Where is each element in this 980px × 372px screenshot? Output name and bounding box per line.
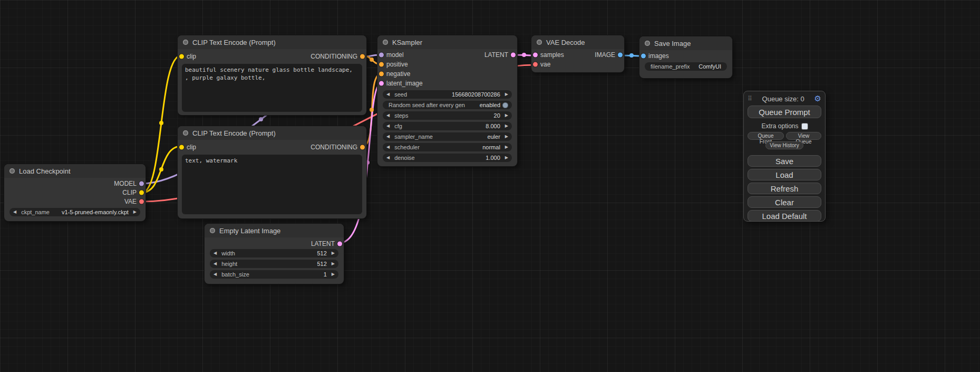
node-empty-latent-image[interactable]: Empty Latent Image LATENT ◀ width 512 ▶ …	[205, 224, 344, 284]
decrement-arrow-icon[interactable]: ◀	[386, 113, 390, 118]
prompt-textarea[interactable]: text, watermark	[182, 155, 362, 214]
output-slot-conditioning[interactable]	[360, 145, 365, 150]
increment-arrow-icon[interactable]: ▶	[505, 113, 508, 118]
node-title: VAE Decode	[546, 39, 585, 46]
decrement-arrow-icon[interactable]: ◀	[386, 156, 390, 160]
node-title-bar[interactable]: Load Checkpoint	[4, 164, 145, 178]
increment-arrow-icon[interactable]: ▶	[505, 156, 508, 160]
decrement-arrow-icon[interactable]: ◀	[386, 135, 390, 139]
decrement-arrow-icon[interactable]: ◀	[214, 272, 217, 276]
node-vae-decode[interactable]: VAE Decode samples IMAGE vae	[531, 35, 624, 72]
settings-gear-icon[interactable]: ⚙	[814, 94, 821, 103]
output-slot-image[interactable]	[618, 53, 623, 58]
node-save-image[interactable]: Save Image images filename_prefix ComfyU…	[639, 36, 732, 78]
node-title: KSampler	[392, 39, 422, 46]
wire-midpoint-dot	[159, 167, 163, 171]
output-slot-clip[interactable]	[139, 190, 144, 195]
decrement-arrow-icon[interactable]: ◀	[214, 251, 217, 255]
output-slot-conditioning[interactable]	[360, 54, 365, 59]
drag-handle-icon[interactable]: ⠿	[748, 95, 752, 102]
input-slot-samples[interactable]	[533, 53, 538, 58]
widget-height[interactable]: ◀ height 512 ▶	[210, 260, 338, 268]
output-slot-latent[interactable]	[511, 53, 516, 58]
increment-arrow-icon[interactable]: ▶	[505, 124, 508, 128]
collapse-dot-icon[interactable]	[383, 40, 388, 45]
input-label-latent-image: latent_image	[386, 80, 423, 87]
toggle-knob-icon[interactable]	[502, 102, 508, 108]
input-slot-vae[interactable]	[533, 62, 538, 67]
decrement-arrow-icon[interactable]: ◀	[13, 210, 16, 214]
increment-arrow-icon[interactable]: ▶	[332, 251, 335, 255]
node-clip-text-encode-positive[interactable]: CLIP Text Encode (Prompt) clip CONDITION…	[178, 35, 366, 115]
output-slot-model[interactable]	[139, 181, 144, 186]
output-label-vae: VAE	[124, 198, 137, 205]
widget-cfg[interactable]: ◀ cfg 8.000 ▶	[383, 122, 512, 130]
prompt-textarea[interactable]: beautiful scenery nature glass bottle la…	[182, 64, 362, 112]
widget-sampler-name[interactable]: ◀ sampler_name euler ▶	[383, 132, 512, 141]
widget-denoise[interactable]: ◀ denoise 1.000 ▶	[383, 154, 512, 162]
increment-arrow-icon[interactable]: ▶	[505, 92, 508, 97]
input-slot-clip[interactable]	[179, 145, 184, 150]
input-label-clip: clip	[187, 144, 196, 151]
load-default-button[interactable]: Load Default	[748, 210, 821, 222]
input-slot-model[interactable]	[379, 53, 384, 58]
increment-arrow-icon[interactable]: ▶	[505, 135, 508, 139]
input-slot-latent-image[interactable]	[379, 81, 384, 86]
queue-prompt-button[interactable]: Queue Prompt	[748, 106, 821, 118]
increment-arrow-icon[interactable]: ▶	[133, 210, 137, 214]
increment-arrow-icon[interactable]: ▶	[505, 145, 508, 149]
increment-arrow-icon[interactable]: ▶	[332, 272, 335, 276]
decrement-arrow-icon[interactable]: ◀	[386, 92, 390, 97]
collapse-dot-icon[interactable]	[645, 41, 650, 46]
node-clip-text-encode-negative[interactable]: CLIP Text Encode (Prompt) clip CONDITION…	[178, 126, 366, 218]
decrement-arrow-icon[interactable]: ◀	[386, 124, 390, 128]
widget-width[interactable]: ◀ width 512 ▶	[210, 249, 338, 257]
queue-front-button[interactable]: Queue Front	[748, 132, 784, 140]
node-title: CLIP Text Encode (Prompt)	[192, 129, 276, 137]
output-slot-latent[interactable]	[337, 242, 342, 246]
input-slot-negative[interactable]	[379, 72, 384, 77]
widget-random-seed-toggle[interactable]: Random seed after every gen enabled	[383, 101, 512, 109]
output-label-conditioning: CONDITIONING	[311, 144, 357, 151]
node-title-bar[interactable]: CLIP Text Encode (Prompt)	[178, 35, 366, 49]
decrement-arrow-icon[interactable]: ◀	[214, 262, 217, 266]
input-label-vae: vae	[540, 61, 550, 68]
node-title-bar[interactable]: KSampler	[377, 35, 517, 49]
widget-steps[interactable]: ◀ steps 20 ▶	[383, 111, 512, 120]
input-slot-clip[interactable]	[179, 54, 184, 59]
node-graph-canvas[interactable]: Load Checkpoint MODEL CLIP VAE ◀ ckpt_na…	[0, 0, 980, 372]
widget-seed[interactable]: ◀ seed 156680208700286 ▶	[383, 90, 512, 99]
node-title-bar[interactable]: Empty Latent Image	[205, 224, 344, 237]
node-title: Load Checkpoint	[19, 167, 71, 175]
output-slot-vae[interactable]	[139, 199, 144, 204]
node-title-bar[interactable]: VAE Decode	[531, 35, 624, 49]
output-label-model: MODEL	[114, 180, 137, 187]
increment-arrow-icon[interactable]: ▶	[332, 262, 335, 266]
clear-button[interactable]: Clear	[748, 196, 821, 208]
view-history-button[interactable]: View History	[765, 141, 803, 149]
collapse-dot-icon[interactable]	[183, 40, 188, 45]
decrement-arrow-icon[interactable]: ◀	[386, 145, 390, 149]
node-title: Empty Latent Image	[219, 227, 280, 235]
widget-ckpt-name[interactable]: ◀ ckpt_name v1-5-pruned-emaonly.ckpt ▶	[9, 208, 140, 216]
node-title-bar[interactable]: CLIP Text Encode (Prompt)	[178, 126, 366, 140]
node-ksampler[interactable]: KSampler model LATENT positive negative …	[377, 35, 517, 166]
save-button[interactable]: Save	[748, 155, 821, 167]
node-load-checkpoint[interactable]: Load Checkpoint MODEL CLIP VAE ◀ ckpt_na…	[4, 164, 145, 221]
node-title-bar[interactable]: Save Image	[639, 36, 732, 50]
collapse-dot-icon[interactable]	[537, 40, 542, 45]
collapse-dot-icon[interactable]	[183, 130, 188, 136]
load-button[interactable]: Load	[748, 169, 821, 180]
extra-options-checkbox[interactable]	[802, 123, 808, 129]
collapse-dot-icon[interactable]	[210, 228, 215, 233]
output-label-conditioning: CONDITIONING	[311, 53, 357, 60]
widget-scheduler[interactable]: ◀ scheduler normal ▶	[383, 143, 512, 151]
input-slot-images[interactable]	[641, 54, 646, 59]
input-slot-positive[interactable]	[379, 62, 384, 67]
view-queue-button[interactable]: View Queue	[786, 132, 821, 140]
output-label-clip: CLIP	[122, 189, 137, 196]
widget-filename-prefix[interactable]: filename_prefix ComfyUI	[645, 62, 727, 71]
refresh-button[interactable]: Refresh	[748, 183, 821, 194]
collapse-dot-icon[interactable]	[9, 168, 15, 174]
widget-batch-size[interactable]: ◀ batch_size 1 ▶	[210, 270, 338, 279]
